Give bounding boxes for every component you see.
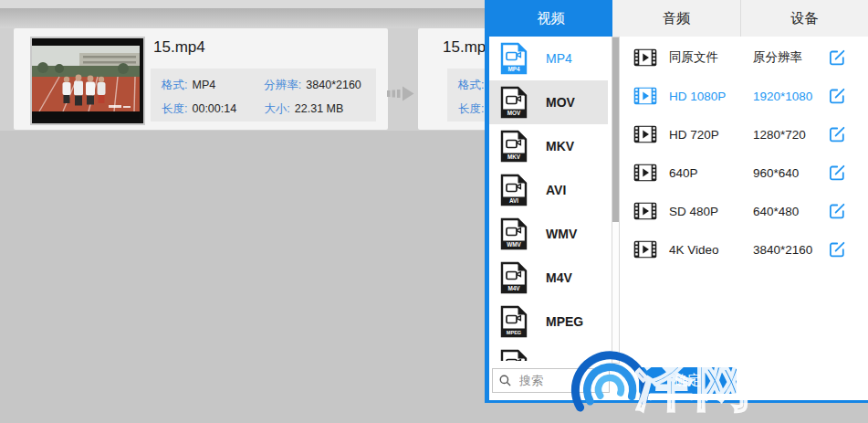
convert-arrow-icon: [387, 82, 416, 104]
format-item-m4v[interactable]: M4V M4V: [489, 256, 608, 300]
format-item-avi[interactable]: AVI AVI: [489, 168, 608, 212]
format-file-icon: MKV: [500, 130, 528, 163]
tab-device[interactable]: 设备: [740, 0, 868, 37]
confirm-button[interactable]: 确定: [639, 367, 737, 394]
format-label: MPEG: [546, 314, 583, 329]
quality-item-hd1080p[interactable]: HD 1080P 1920*1080: [621, 77, 868, 115]
quality-name: 同原文件: [669, 49, 753, 66]
format-item-wmv[interactable]: WMV WMV: [489, 212, 608, 256]
svg-text:MP4: MP4: [507, 66, 520, 72]
quality-resolution: 1280*720: [753, 128, 806, 142]
quality-name: 4K Video: [669, 243, 753, 257]
format-file-icon: M4V: [500, 261, 528, 294]
film-icon: [633, 48, 657, 67]
duration-label: 长度:: [162, 102, 187, 115]
quality-name: HD 1080P: [669, 90, 753, 103]
format-file-icon: [500, 349, 528, 361]
edit-icon[interactable]: [828, 240, 846, 259]
tab-audio[interactable]: 音频: [612, 0, 740, 37]
svg-text:M4V: M4V: [507, 285, 520, 291]
svg-text:MKV: MKV: [507, 153, 521, 160]
quality-item-hd720p[interactable]: HD 720P 1280*720: [621, 115, 868, 153]
quality-resolution: 原分辨率: [753, 49, 802, 66]
edit-icon[interactable]: [828, 164, 846, 182]
size-value: 22.31 MB: [295, 102, 344, 115]
duration-label: 长度:: [458, 102, 484, 115]
film-icon: [633, 240, 657, 259]
format-label: MKV: [546, 139, 574, 153]
file-duration-field: 长度:00:00:14: [162, 101, 240, 117]
format-file-icon: MOV: [500, 86, 528, 119]
svg-text:AVI: AVI: [509, 197, 518, 204]
video-thumbnail: [30, 37, 145, 125]
quality-name: 640P: [669, 166, 753, 180]
file-size-field: 大小:22.31 MB: [264, 101, 365, 117]
resolution-value: 3840*2160: [306, 79, 361, 91]
quality-item-original[interactable]: 同原文件 原分辨率: [621, 38, 868, 77]
film-icon: [633, 164, 657, 182]
size-label: 大小:: [264, 102, 289, 115]
file-info-box: 格式:MP4 分辨率:3840*2160 长度:00:00:14 大小:22.3…: [151, 69, 376, 122]
film-icon: [633, 87, 657, 105]
film-icon: [633, 202, 657, 220]
format-label: AVI: [546, 183, 566, 197]
output-format-popup: 视频 音频 设备 MP4 MP4 MOV MOV MKV MKV AVI AVI: [485, 0, 868, 403]
quality-item-640p[interactable]: 640P 960*640: [621, 153, 868, 192]
format-file-icon: MP4: [500, 42, 528, 75]
search-icon: [498, 374, 512, 387]
format-list: MP4 MP4 MOV MOV MKV MKV AVI AVI WMV WMV …: [489, 37, 608, 361]
app-window: 15.mp4 格式:MP4 分辨率:3840*2160 长度:00:00:14 …: [0, 0, 868, 423]
format-label: MP4: [546, 51, 572, 66]
quality-resolution: 640*480: [753, 205, 799, 218]
file-format-field: 格式:MP4: [162, 78, 240, 93]
resolution-label: 分辨率:: [264, 79, 301, 91]
svg-text:WMV: WMV: [507, 241, 521, 248]
format-list-scrollbar[interactable]: [612, 37, 620, 364]
quality-list: 同原文件 原分辨率 HD 1080P 1920*1080 HD 720P 128…: [621, 37, 868, 361]
svg-text:MPEG: MPEG: [507, 330, 521, 335]
format-label: WMV: [546, 227, 577, 241]
format-label: 格式:: [162, 79, 187, 91]
format-label: 格式:: [458, 79, 484, 91]
format-file-icon: AVI: [500, 174, 528, 206]
format-item-partial[interactable]: [489, 344, 608, 361]
format-label: M4V: [546, 270, 572, 285]
file-card-source: 15.mp4 格式:MP4 分辨率:3840*2160 长度:00:00:14 …: [14, 28, 388, 130]
format-item-mpeg[interactable]: MPEG MPEG: [489, 300, 608, 344]
edit-icon[interactable]: [828, 202, 846, 220]
quality-name: SD 480P: [669, 205, 753, 218]
format-file-icon: WMV: [500, 217, 528, 250]
format-item-mov[interactable]: MOV MOV: [489, 80, 608, 124]
quality-item-4k[interactable]: 4K Video 3840*2160: [621, 230, 868, 269]
format-item-mkv[interactable]: MKV MKV: [489, 124, 608, 168]
quality-resolution: 3840*2160: [753, 243, 812, 257]
film-icon: [633, 125, 657, 143]
format-label: MOV: [546, 95, 575, 110]
format-value: MP4: [192, 79, 215, 91]
search-input[interactable]: [518, 373, 603, 388]
popup-tab-bar: 视频 音频 设备: [489, 0, 868, 37]
edit-icon[interactable]: [828, 48, 846, 67]
file-resolution-field: 分辨率:3840*2160: [264, 78, 365, 93]
search-box: [492, 368, 610, 393]
tab-video[interactable]: 视频: [489, 0, 612, 37]
format-file-icon: MPEG: [500, 305, 528, 338]
edit-icon[interactable]: [828, 87, 846, 105]
svg-text:MOV: MOV: [507, 110, 521, 116]
file-title: 15.mp4: [153, 38, 205, 57]
quality-resolution: 960*640: [753, 166, 799, 180]
format-item-mp4[interactable]: MP4 MP4: [489, 37, 608, 80]
duration-value: 00:00:14: [192, 102, 236, 115]
quality-item-sd480p[interactable]: SD 480P 640*480: [621, 192, 868, 230]
quality-resolution: 1920*1080: [753, 90, 812, 103]
quality-name: HD 720P: [669, 128, 753, 142]
edit-icon[interactable]: [828, 125, 846, 143]
scrollbar-thumb[interactable]: [612, 37, 619, 222]
